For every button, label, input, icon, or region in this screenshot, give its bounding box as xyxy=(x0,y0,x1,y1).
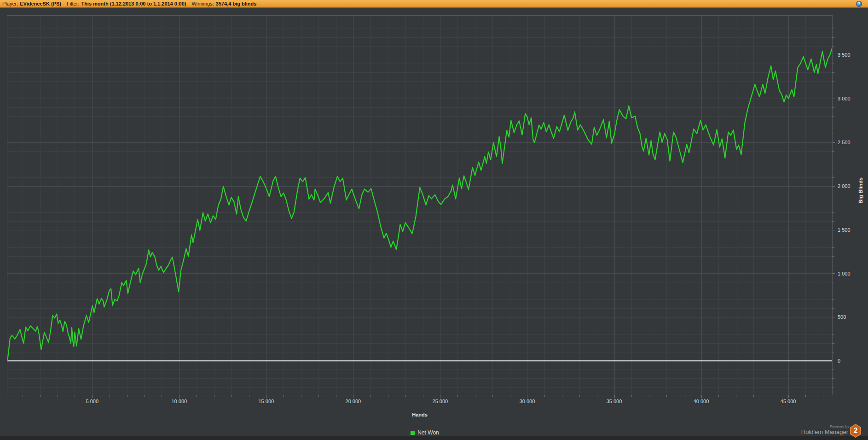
filter-value: This month (1.12.2013 0:00 to 1.1.2014 0… xyxy=(81,1,186,6)
chart-legend: Net Won xyxy=(7,429,833,436)
svg-text:500: 500 xyxy=(838,314,846,320)
svg-text:3 500: 3 500 xyxy=(838,52,851,58)
bottom-strip xyxy=(0,436,868,440)
svg-text:20 000: 20 000 xyxy=(346,399,361,404)
svg-text:30 000: 30 000 xyxy=(520,399,535,404)
filter-label: Filter: xyxy=(67,1,80,6)
powered-by-text: Powered by xyxy=(830,424,849,428)
legend-label: Net Won xyxy=(417,429,439,436)
player-label: Player: xyxy=(2,1,18,6)
svg-text:0: 0 xyxy=(838,358,840,364)
help-icon[interactable]: ? xyxy=(856,1,862,7)
x-axis-title: Hands xyxy=(7,412,833,417)
winnings-label: Winnings: xyxy=(191,1,214,6)
legend-swatch-icon xyxy=(411,431,415,435)
svg-text:25 000: 25 000 xyxy=(433,399,448,404)
player-value: EVidenceSK (PS) xyxy=(20,1,61,6)
svg-text:5 000: 5 000 xyxy=(86,399,99,404)
svg-text:10 000: 10 000 xyxy=(171,399,187,404)
svg-text:40 000: 40 000 xyxy=(694,399,709,404)
report-header-bar: Player: EVidenceSK (PS) Filter: This mon… xyxy=(0,0,868,8)
brand-name: Hold'em Manager xyxy=(801,428,848,435)
y-tick-labels: 05001 0001 5002 0002 5003 0003 500 xyxy=(838,52,851,364)
svg-text:45 000: 45 000 xyxy=(781,399,796,404)
svg-text:15 000: 15 000 xyxy=(258,399,274,404)
y-axis-title: Big Blinds xyxy=(858,177,863,203)
svg-text:1 500: 1 500 xyxy=(838,227,851,233)
plot-area[interactable] xyxy=(7,15,833,395)
svg-text:2 500: 2 500 xyxy=(838,140,851,145)
x-tick-labels: 5 00010 00015 00020 00025 00030 00035 00… xyxy=(86,399,796,404)
svg-text:3 000: 3 000 xyxy=(838,96,851,101)
svg-text:2 000: 2 000 xyxy=(838,183,851,189)
net-won-graph[interactable]: 5 00010 00015 00020 00025 00030 00035 00… xyxy=(0,0,868,440)
legend-item-net-won[interactable]: Net Won xyxy=(411,429,439,436)
svg-text:35 000: 35 000 xyxy=(607,399,622,404)
svg-text:1 000: 1 000 xyxy=(838,271,851,276)
winnings-value: 3574,4 big blinds xyxy=(216,1,257,6)
